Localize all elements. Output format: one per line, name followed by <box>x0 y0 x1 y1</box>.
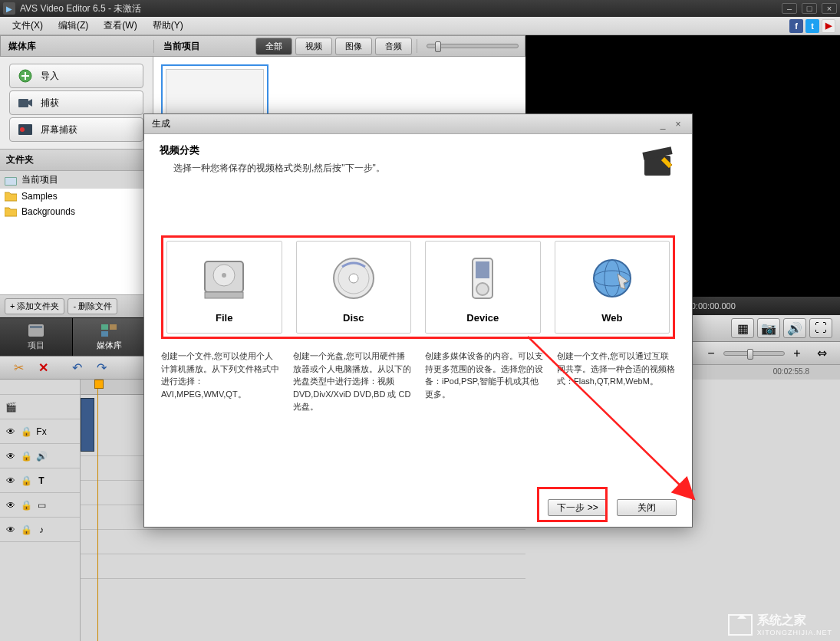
minimize-button[interactable]: – <box>782 3 797 14</box>
fullscreen-button[interactable]: ⛶ <box>809 318 832 338</box>
eye-icon[interactable]: 👁 <box>5 524 17 536</box>
facebook-icon[interactable]: f <box>789 19 803 33</box>
folder-samples[interactable]: Samples <box>0 189 153 204</box>
rec-icon <box>18 123 33 136</box>
folder-backgrounds[interactable]: Backgrounds <box>0 204 153 219</box>
media-panel-label: 媒体库 <box>1 40 154 53</box>
delete-button[interactable]: ✕ <box>32 359 54 377</box>
watermark: 系统之家 XITONGZHIJIA.NET <box>728 613 832 636</box>
folders-header: 文件夹 <box>0 149 153 171</box>
tab-project[interactable]: 项目 <box>0 318 73 356</box>
twitter-icon[interactable]: t <box>805 19 819 33</box>
lock-icon[interactable]: 🔒 <box>20 475 32 487</box>
delete-folder-button[interactable]: - 删除文件 <box>68 298 117 314</box>
lock-icon[interactable]: 🔒 <box>20 524 32 536</box>
option-file[interactable]: File <box>166 241 282 334</box>
window-titlebar: ▶ AVS Video Editor 6.5 - 未激活 – □ × <box>0 0 840 17</box>
maximize-button[interactable]: □ <box>802 3 817 14</box>
filter-audio[interactable]: 音频 <box>375 38 412 55</box>
redo-button[interactable]: ↷ <box>91 359 112 377</box>
svg-rect-5 <box>5 178 16 185</box>
add-folder-button[interactable]: + 添加文件夹 <box>5 298 64 314</box>
filter-all[interactable]: 全部 <box>255 38 292 55</box>
svg-rect-7 <box>30 326 42 328</box>
clapper-icon <box>640 143 677 180</box>
svg-rect-16 <box>205 292 243 298</box>
folder-list: 当前项目 Samples Backgrounds <box>0 171 153 294</box>
track-header: 👁🔒▭ <box>0 493 80 518</box>
svg-rect-10 <box>101 331 108 337</box>
svg-rect-9 <box>110 324 117 330</box>
option-web[interactable]: Web <box>555 241 670 334</box>
screen-capture-label: 屏幕捕获 <box>41 123 77 136</box>
produce-dialog: 生成 _ × 视频分类 选择一种您将保存的视频格式类别,然后按"下一步"。 Fi… <box>143 113 693 528</box>
eye-icon[interactable]: 👁 <box>5 475 17 487</box>
lock-icon[interactable]: 🔒 <box>20 499 32 511</box>
dialog-title: 生成 <box>152 117 170 130</box>
thumb-zoom-slider[interactable] <box>427 44 519 48</box>
capture-button[interactable]: 捕获 <box>9 90 143 115</box>
harddrive-icon <box>197 255 251 301</box>
camera-icon <box>18 96 33 110</box>
close-button[interactable]: 关闭 <box>617 499 677 516</box>
watermark-logo-icon <box>728 614 753 636</box>
video-clip[interactable] <box>81 398 94 452</box>
timeline-zoom-slider[interactable] <box>723 351 785 356</box>
tab-media[interactable]: 媒体库 <box>73 318 146 356</box>
eye-icon[interactable]: 👁 <box>5 450 17 462</box>
svg-point-23 <box>594 260 631 297</box>
track[interactable] <box>81 530 525 554</box>
dialog-close-button[interactable]: × <box>672 119 684 130</box>
menu-edit[interactable]: 编辑(Z) <box>51 17 96 35</box>
filter-video[interactable]: 视频 <box>295 38 332 55</box>
svg-point-15 <box>222 273 226 278</box>
zoom-in-button[interactable]: + <box>786 344 808 363</box>
option-disc[interactable]: Disc <box>296 241 412 334</box>
eye-icon[interactable]: 👁 <box>5 499 17 511</box>
import-label: 导入 <box>41 70 59 83</box>
import-button[interactable]: 导入 <box>9 64 143 88</box>
screen-capture-button[interactable]: 屏幕捕获 <box>9 117 143 142</box>
eye-icon[interactable]: 👁 <box>5 426 17 438</box>
track-header: 👁🔒Fx <box>0 419 80 444</box>
audio-icon: 🔊 <box>35 450 48 462</box>
volume-button[interactable]: 🔊 <box>783 318 806 338</box>
track[interactable] <box>81 554 525 579</box>
app-icon: ▶ <box>3 2 15 15</box>
next-button[interactable]: 下一步 >> <box>548 499 608 516</box>
lock-icon[interactable]: 🔒 <box>20 450 32 462</box>
youtube-icon[interactable]: ▶ <box>822 19 835 33</box>
split-button[interactable]: ✂ <box>8 359 29 377</box>
filter-image[interactable]: 图像 <box>335 38 372 55</box>
option-device[interactable]: Device <box>425 241 541 334</box>
media-header: 媒体库 当前项目 全部 视频 图像 音频 <box>0 35 525 57</box>
svg-rect-21 <box>476 261 489 278</box>
fit-button[interactable]: ⇔ <box>811 344 832 363</box>
folder-current-project[interactable]: 当前项目 <box>0 171 153 189</box>
left-sidebar: 导入 捕获 屏幕捕获 文件夹 当前项目 <box>0 57 153 317</box>
undo-button[interactable]: ↶ <box>66 359 87 377</box>
option-disc-desc: 创建一个光盘,您可以用硬件播放器或个人电脑播放。从以下的光盘类型中进行选择：视频… <box>293 350 411 413</box>
close-button[interactable]: × <box>822 3 837 14</box>
dialog-subtext: 选择一种您将保存的视频格式类别,然后按"下一步"。 <box>173 162 640 175</box>
plus-icon <box>18 69 33 83</box>
dialog-titlebar: 生成 _ × <box>144 114 692 134</box>
option-device-desc: 创建多媒体设备的内容。可以支持更多范围的设备。选择您的设备：iPod,PSP,智… <box>425 350 543 413</box>
text-icon: T <box>35 475 48 487</box>
zoom-out-button[interactable]: − <box>700 344 722 363</box>
video-track-header: 🎬 <box>0 395 80 419</box>
track-header: 👁🔒T <box>0 468 80 493</box>
dialog-minimize-button[interactable]: _ <box>657 119 669 130</box>
snapshot-button[interactable]: ▦ <box>731 318 754 338</box>
lock-icon[interactable]: 🔒 <box>20 426 32 438</box>
svg-rect-8 <box>101 324 108 330</box>
playhead[interactable] <box>97 380 98 641</box>
camera-button[interactable]: 📷 <box>757 318 780 338</box>
menu-help[interactable]: 帮助(Y) <box>145 17 191 35</box>
audio2-icon: ♪ <box>35 524 48 536</box>
film-icon: 🎬 <box>5 401 17 413</box>
menu-view[interactable]: 查看(W) <box>96 17 144 35</box>
fx-icon: Fx <box>35 426 48 438</box>
overlay-icon: ▭ <box>35 499 48 511</box>
menu-file[interactable]: 文件(X) <box>5 17 51 35</box>
